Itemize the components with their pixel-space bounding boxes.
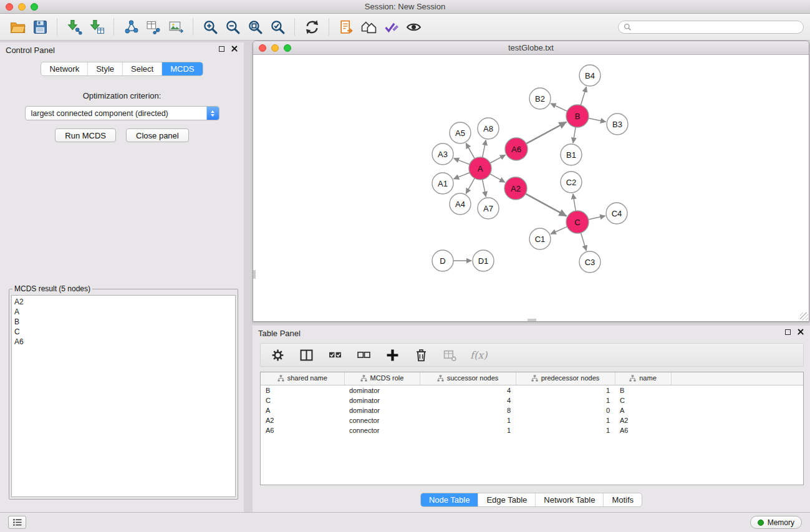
minimize-window-button[interactable] <box>18 3 26 11</box>
network-edge-A-A4[interactable] <box>466 178 475 194</box>
delete-selected-button[interactable] <box>413 347 429 363</box>
network-edge-B-B3[interactable] <box>589 118 606 122</box>
table-cell[interactable]: 4 <box>420 395 516 405</box>
tab-motifs[interactable]: Motifs <box>604 493 642 506</box>
float-table-panel-button[interactable] <box>785 329 791 335</box>
apply-function-button[interactable]: f(x) <box>470 347 487 363</box>
network-edge-A-A7[interactable] <box>483 180 486 197</box>
table-cell[interactable]: B <box>261 385 344 395</box>
network-node-D1[interactable]: D1 <box>473 250 494 271</box>
table-cell[interactable]: C <box>261 395 344 405</box>
table-cell[interactable]: A <box>261 405 344 415</box>
network-edge-A-A2[interactable] <box>490 174 505 182</box>
delete-table-button[interactable] <box>441 347 458 363</box>
float-panel-button[interactable] <box>219 46 224 52</box>
table-cell[interactable]: 1 <box>420 425 516 435</box>
home-button[interactable] <box>357 16 380 37</box>
new-network-table-button[interactable] <box>142 16 165 37</box>
table-cell[interactable]: B <box>615 385 671 395</box>
mcds-result-item[interactable]: A6 <box>14 337 233 347</box>
table-settings-button[interactable] <box>269 347 286 363</box>
memory-button[interactable]: Memory <box>750 516 802 529</box>
tab-mcds[interactable]: MCDS <box>162 62 202 75</box>
close-panel-button-mcds[interactable]: Close panel <box>126 128 189 142</box>
search-input[interactable] <box>635 22 798 31</box>
network-canvas[interactable]: B4B2BB3A8A5A6B1A3AA1C2A2A4A7C4CC1C3DD1 <box>253 55 809 321</box>
close-panel-button[interactable] <box>231 46 238 52</box>
zoom-in-button[interactable] <box>199 16 221 37</box>
zoom-fit-button[interactable] <box>244 16 266 37</box>
mcds-result-list[interactable]: A2 A B C A6 <box>11 295 236 497</box>
deselect-all-rows-button[interactable] <box>355 347 372 363</box>
network-edge-C-C1[interactable] <box>551 226 567 234</box>
column-header-successor-nodes[interactable]: successor nodes <box>420 372 516 385</box>
table-cell[interactable]: 1 <box>516 395 615 405</box>
network-node-A2[interactable]: A2 <box>504 177 527 200</box>
table-cell[interactable]: A <box>615 405 671 415</box>
show-column-panel-button[interactable] <box>298 347 314 363</box>
table-cell[interactable]: 1 <box>516 385 615 395</box>
network-node-A1[interactable]: A1 <box>432 173 453 194</box>
table-cell[interactable]: A6 <box>261 425 344 435</box>
resize-grip[interactable] <box>800 312 808 321</box>
network-edge-A-A3[interactable] <box>454 158 470 165</box>
network-edge-B-B2[interactable] <box>551 104 567 111</box>
network-graph[interactable]: B4B2BB3A8A5A6B1A3AA1C2A2A4A7C4CC1C3DD1 <box>253 55 809 321</box>
tab-network-table[interactable]: Network Table <box>536 493 604 506</box>
optimization-criterion-dropdown[interactable]: largest connected component (directed) <box>25 106 219 120</box>
column-header-shared-name[interactable]: shared name <box>261 372 344 385</box>
create-column-button[interactable] <box>384 347 400 363</box>
table-cell[interactable]: A6 <box>615 425 671 435</box>
network-node-A5[interactable]: A5 <box>450 122 471 143</box>
import-network-button[interactable] <box>63 16 85 37</box>
table-cell[interactable]: A2 <box>261 415 344 425</box>
network-node-B2[interactable]: B2 <box>529 88 551 109</box>
network-node-C2[interactable]: C2 <box>561 172 582 193</box>
column-header-predecessor-nodes[interactable]: predecessor nodes <box>516 372 615 385</box>
validate-style-button[interactable] <box>380 16 402 37</box>
column-header-name[interactable]: name <box>615 372 671 385</box>
table-cell[interactable]: connector <box>344 415 420 425</box>
table-row[interactable]: Cdominator41C <box>261 395 803 405</box>
network-edge-A-A1[interactable] <box>454 173 470 179</box>
table-cell[interactable]: dominator <box>344 395 420 405</box>
network-edge-B-B4[interactable] <box>581 87 586 105</box>
close-table-panel-button[interactable] <box>798 329 804 335</box>
network-node-C[interactable]: C <box>566 211 589 233</box>
mcds-result-item[interactable]: C <box>14 327 233 337</box>
table-row[interactable]: Adominator80A <box>261 405 803 415</box>
open-session-button[interactable] <box>6 16 29 37</box>
network-node-A8[interactable]: A8 <box>478 118 499 139</box>
network-node-A[interactable]: A <box>469 157 491 180</box>
network-node-A7[interactable]: A7 <box>478 198 499 219</box>
clone-network-button[interactable] <box>120 16 142 37</box>
import-table-button[interactable] <box>85 16 108 37</box>
minimize-network-window-button[interactable] <box>271 44 279 52</box>
table-row[interactable]: A6connector11A6 <box>261 425 803 435</box>
mcds-result-item[interactable]: A <box>14 307 233 317</box>
network-node-B4[interactable]: B4 <box>579 65 600 86</box>
zoom-window-button[interactable] <box>31 3 38 11</box>
select-all-rows-button[interactable] <box>327 347 343 363</box>
tab-edge-table[interactable]: Edge Table <box>478 493 536 506</box>
window-titlebar[interactable]: Session: New Session <box>0 0 810 14</box>
close-network-window-button[interactable] <box>259 44 266 52</box>
close-window-button[interactable] <box>6 3 13 11</box>
export-image-button[interactable] <box>165 16 187 37</box>
tab-node-table[interactable]: Node Table <box>421 493 479 506</box>
table-cell[interactable]: 1 <box>516 415 615 425</box>
network-edge-A6-B[interactable] <box>526 122 567 144</box>
zoom-selected-button[interactable] <box>266 16 289 37</box>
column-header-mcds-role[interactable]: MCDS role <box>344 372 420 385</box>
table-cell[interactable]: 1 <box>516 425 615 435</box>
table-cell[interactable]: 4 <box>420 385 516 395</box>
table-cell[interactable]: connector <box>344 425 420 435</box>
table-cell[interactable]: dominator <box>344 385 420 395</box>
save-session-button[interactable] <box>29 16 51 37</box>
table-cell[interactable]: dominator <box>344 405 420 415</box>
network-window-titlebar[interactable]: testGlobe.txt <box>253 41 809 55</box>
tab-style[interactable]: Style <box>88 62 123 75</box>
table-cell[interactable]: A2 <box>615 415 671 425</box>
network-edge-A2-C[interactable] <box>526 194 567 216</box>
network-node-C4[interactable]: C4 <box>606 203 627 224</box>
